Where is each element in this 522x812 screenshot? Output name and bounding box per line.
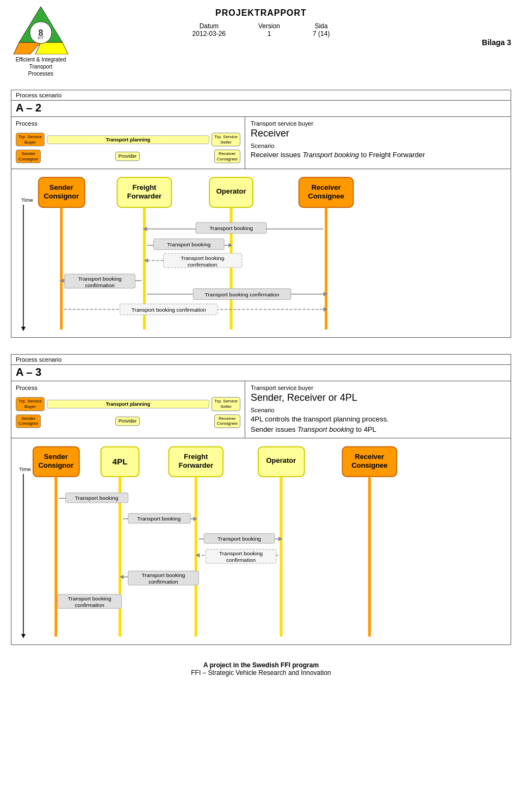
mini-trp-buyer: Trp. ServiceBuyer	[16, 133, 45, 146]
svg-text:confirmation: confirmation	[188, 262, 217, 268]
mini-trp-buyer-a3: Trp. ServiceBuyer	[16, 397, 45, 411]
scenario-a2-seq: Time Sender Consignor Freight Forwarder …	[11, 169, 511, 338]
svg-text:confirmation: confirmation	[226, 557, 256, 563]
svg-text:confirmation: confirmation	[75, 602, 104, 608]
svg-text:Forwarder: Forwarder	[179, 461, 213, 469]
header-meta: Datum 2012-03-26 Version 1 Sida 7 (14)	[98, 22, 424, 38]
scenario-a2-info: Process scenario A – 2 Process Trp. Serv…	[11, 90, 511, 169]
scenario-a3-info: Process scenario A – 3 Process Trp. Serv…	[11, 354, 511, 438]
svg-marker-52	[21, 634, 26, 638]
svg-text:Transport booking: Transport booking	[75, 495, 119, 501]
svg-text:Transport booking: Transport booking	[209, 225, 253, 231]
svg-text:Transport booking confirmation: Transport booking confirmation	[132, 307, 206, 313]
scenario-a3-content: Process Trp. ServiceBuyer Transport plan…	[11, 381, 511, 437]
svg-text:Sender: Sender	[44, 453, 68, 461]
scenario-a2-text: Receiver issues Transport booking to Fre…	[251, 150, 505, 160]
svg-text:Transport booking: Transport booking	[137, 516, 181, 522]
process-diagram-a3-row1: Trp. ServiceBuyer Transport planning Trp…	[16, 397, 240, 411]
svg-marker-2	[35, 42, 68, 54]
svg-text:4PL: 4PL	[113, 457, 127, 466]
svg-text:Consignor: Consignor	[44, 193, 79, 201]
svg-text:Consignee: Consignee	[308, 193, 344, 201]
process-diagram-a3-row2: SenderConsignor Provider ReceiverConsign…	[16, 414, 240, 428]
scenario-a3-header: Process scenario	[11, 355, 511, 365]
svg-text:confirmation: confirmation	[148, 579, 178, 585]
mini-sender: SenderConsignor	[16, 150, 41, 163]
svg-text:Transport booking: Transport booking	[68, 596, 111, 602]
svg-text:Transport booking: Transport booking	[78, 276, 122, 282]
svg-text:Time: Time	[19, 466, 31, 472]
svg-text:Consignor: Consignor	[38, 461, 73, 469]
svg-text:confirmation: confirmation	[85, 282, 114, 288]
mini-trp-seller-a3: Trp. ServiceSeller	[212, 397, 240, 411]
seq-diagram-a2-svg: Time Sender Consignor Freight Forwarder …	[11, 169, 511, 338]
mini-trp-seller: Trp. ServiceSeller	[212, 133, 240, 146]
scenario-a2-header: Process scenario	[11, 90, 511, 101]
svg-text:Consignee: Consignee	[351, 461, 387, 469]
svg-text:Receiver: Receiver	[355, 453, 384, 461]
svg-text:Transport booking: Transport booking	[217, 536, 261, 542]
process-diagram-row2: SenderConsignor Provider ReceiverConsign…	[16, 150, 240, 163]
svg-text:Transport booking: Transport booking	[219, 550, 263, 556]
svg-text:Time: Time	[21, 197, 33, 203]
scenario-a2-content: Process Trp. ServiceBuyer Transport plan…	[11, 117, 511, 169]
scenario-a3-left: Process Trp. ServiceBuyer Transport plan…	[11, 381, 245, 437]
page-footer: A project in the Swedish FFI program FFI…	[0, 661, 522, 687]
svg-text:Transport booking: Transport booking	[167, 241, 210, 247]
logo-triangle: 8 EIT	[11, 5, 71, 54]
logo-area: 8 EIT Efficient & Integrated Transport P…	[11, 5, 98, 77]
scenario-a3-id: A – 3	[11, 365, 511, 381]
svg-text:Forwarder: Forwarder	[127, 193, 161, 201]
bilaga-label: Bilaga 3	[424, 5, 511, 47]
scenario-a3-seq: Time Sender Consignor 4PL Freight Forwar…	[11, 438, 511, 645]
scenario-a3-text: 4PL controls the transport planning proc…	[251, 414, 505, 434]
version-field: Version 1	[258, 22, 280, 38]
mini-provider: Provider	[115, 152, 140, 161]
datum-field: Datum 2012-03-26	[192, 22, 226, 38]
svg-text:Operator: Operator	[266, 456, 296, 464]
seq-diagram-a3-svg: Time Sender Consignor 4PL Freight Forwar…	[11, 438, 511, 645]
mini-receiver-a3: ReceiverConsignee	[214, 414, 240, 428]
svg-text:Freight: Freight	[132, 184, 157, 192]
svg-text:Transport booking: Transport booking	[141, 572, 185, 578]
svg-text:Freight: Freight	[184, 453, 208, 461]
svg-marker-8	[21, 327, 26, 331]
scenario-a2-right: Transport service buyer Receiver Scenari…	[245, 117, 511, 169]
svg-text:EIT: EIT	[38, 36, 45, 40]
report-title: PROJEKTRAPPORT	[98, 8, 424, 18]
scenario-a3-right: Transport service buyer Sender, Receiver…	[245, 381, 511, 437]
svg-text:Transport booking confirmation: Transport booking confirmation	[205, 292, 279, 297]
logo-text: Efficient & Integrated Transport Process…	[11, 56, 71, 77]
process-diagram-row1: Trp. ServiceBuyer Transport planning Trp…	[16, 133, 240, 146]
sida-field: Sida 7 (14)	[313, 22, 330, 38]
svg-text:Receiver: Receiver	[312, 184, 341, 192]
svg-text:Transport booking: Transport booking	[181, 255, 224, 261]
svg-text:Operator: Operator	[216, 188, 246, 196]
scenario-a2-id: A – 2	[11, 101, 511, 117]
mini-receiver: ReceiverConsignee	[214, 150, 240, 163]
header-center: PROJEKTRAPPORT Datum 2012-03-26 Version …	[98, 5, 424, 38]
mini-sender-a3: SenderConsignor	[16, 414, 41, 428]
svg-text:Sender: Sender	[49, 184, 73, 192]
mini-provider-a3: Provider	[115, 417, 140, 426]
page-header: 8 EIT Efficient & Integrated Transport P…	[0, 0, 522, 80]
scenario-a2-left: Process Trp. ServiceBuyer Transport plan…	[11, 117, 245, 169]
